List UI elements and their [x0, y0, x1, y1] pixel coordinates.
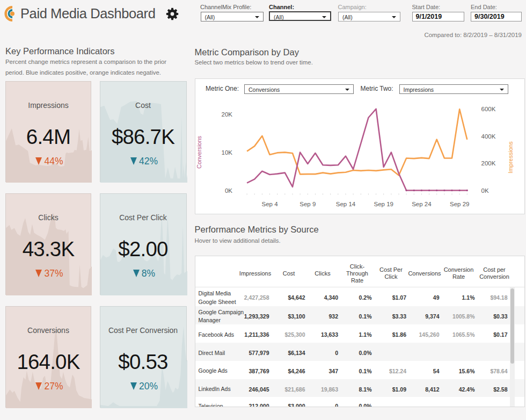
svg-text:Impressions: Impressions — [507, 141, 514, 173]
svg-text:400K: 400K — [481, 133, 495, 140]
svg-text:Sep 4: Sep 4 — [261, 201, 278, 207]
svg-text:20K: 20K — [221, 111, 232, 118]
svg-text:Sep 14: Sep 14 — [335, 201, 355, 207]
svg-text:10K: 10K — [221, 149, 232, 156]
svg-text:Sep 19: Sep 19 — [374, 201, 393, 207]
svg-text:Sep 24: Sep 24 — [412, 201, 432, 207]
svg-text:200K: 200K — [481, 160, 495, 166]
svg-text:0K: 0K — [224, 187, 232, 194]
svg-text:Sep 29: Sep 29 — [449, 201, 469, 207]
svg-text:0K: 0K — [481, 187, 488, 194]
svg-text:Sep 9: Sep 9 — [299, 201, 316, 207]
svg-text:600K: 600K — [481, 106, 495, 112]
svg-text:Conversions: Conversions — [196, 135, 202, 169]
